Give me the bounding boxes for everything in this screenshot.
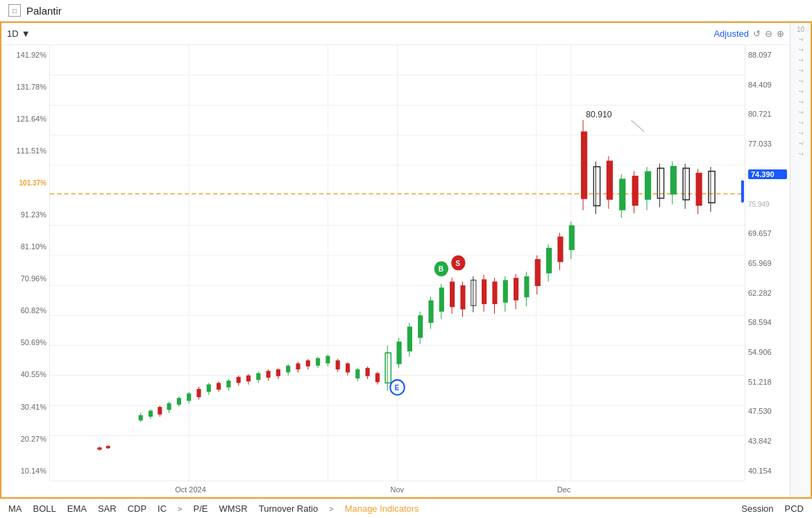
chart-mode: Adjusted ↺ ⊖ ⊕ [713, 28, 784, 39]
svg-rect-92 [482, 279, 487, 304]
svg-rect-48 [256, 373, 260, 380]
window-icon: □ [8, 4, 21, 17]
svg-rect-20 [97, 447, 101, 449]
svg-rect-60 [316, 358, 320, 366]
toolbar-pcd[interactable]: PCD [785, 503, 804, 514]
toolbar-session[interactable]: Session [741, 503, 773, 514]
svg-rect-78 [407, 326, 412, 351]
toolbar-ic[interactable]: IC [158, 503, 167, 514]
svg-text:80.910: 80.910 [586, 109, 611, 119]
toolbar-manage-indicators[interactable]: Manage Indicators [345, 503, 419, 514]
chart-main: 1D ▼ Adjusted ↺ ⊖ ⊕ 141.92% 131.78% 121.… [1, 23, 790, 497]
svg-rect-22 [106, 446, 110, 448]
svg-rect-64 [336, 360, 340, 369]
svg-rect-66 [346, 363, 350, 372]
svg-rect-110 [581, 131, 587, 199]
toolbar-boll[interactable]: BOLL [33, 503, 56, 514]
svg-rect-118 [632, 176, 638, 206]
svg-rect-112 [593, 167, 600, 206]
candlestick-chart: 80.910 B S E [50, 45, 745, 481]
timeframe-selector[interactable]: 1D ▼ [7, 28, 31, 39]
svg-rect-62 [325, 356, 330, 364]
svg-rect-52 [276, 369, 280, 376]
svg-rect-94 [492, 282, 497, 304]
svg-rect-34 [187, 394, 191, 401]
chart-area[interactable]: 80.910 B S E [50, 45, 745, 481]
svg-rect-72 [375, 373, 380, 382]
toolbar-more-1[interactable]: > [178, 505, 182, 513]
timeframe-chevron: ▼ [22, 28, 31, 39]
toolbar-wmsr[interactable]: WMSR [219, 503, 248, 514]
svg-rect-84 [439, 287, 444, 312]
svg-rect-68 [355, 369, 360, 378]
svg-rect-98 [514, 278, 518, 300]
x-label-oct: Oct 2024 [175, 485, 206, 494]
right-panel-num: 7 [797, 139, 804, 148]
svg-rect-50 [267, 371, 271, 378]
svg-rect-28 [158, 407, 162, 415]
svg-rect-108 [569, 225, 575, 250]
bottom-toolbar: MA BOLL EMA SAR CDP IC > P/E WMSR Turnov… [0, 499, 812, 518]
svg-rect-82 [428, 301, 433, 323]
toolbar-turnover-ratio[interactable]: Turnover Ratio [259, 503, 319, 514]
svg-rect-74 [385, 353, 391, 383]
x-label-dec: Dec [557, 485, 571, 494]
y-axis-left: 141.92% 131.78% 121.64% 111.51% 101.37% … [1, 45, 50, 481]
toolbar-cdp[interactable]: CDP [128, 503, 146, 514]
svg-line-132 [632, 120, 644, 131]
right-panel-num: 7 [797, 149, 804, 158]
right-panel-num: 7 [797, 108, 804, 117]
svg-rect-80 [418, 315, 423, 337]
svg-rect-88 [460, 285, 465, 310]
right-panel-num: 7 [797, 97, 804, 106]
svg-rect-104 [546, 248, 552, 274]
svg-rect-30 [167, 403, 171, 410]
right-panel-num: 7 [797, 118, 804, 127]
refresh-icon[interactable]: ↺ [753, 28, 761, 39]
right-panel: 10 7 7 7 7 7 7 7 7 7 7 7 7 [790, 23, 811, 497]
right-panel-num: 7 [797, 35, 804, 44]
toolbar-more-2[interactable]: > [329, 505, 333, 513]
right-panel-num: 7 [797, 66, 804, 75]
svg-rect-116 [619, 178, 625, 210]
svg-rect-42 [226, 381, 230, 387]
toolbar-sar[interactable]: SAR [98, 503, 117, 514]
right-panel-num: 7 [797, 128, 804, 137]
svg-rect-40 [217, 383, 221, 390]
svg-rect-58 [306, 360, 310, 367]
svg-rect-44 [237, 377, 241, 383]
svg-rect-139 [741, 181, 744, 203]
chart-wrapper: 1D ▼ Adjusted ↺ ⊖ ⊕ 141.92% 131.78% 121.… [0, 22, 812, 499]
svg-text:B: B [439, 265, 444, 273]
svg-rect-32 [177, 398, 181, 405]
svg-text:S: S [455, 259, 460, 267]
right-panel-num: 7 [797, 56, 804, 65]
svg-rect-76 [396, 342, 401, 364]
svg-rect-38 [207, 385, 211, 392]
svg-rect-24 [139, 415, 143, 421]
adjusted-label: Adjusted [713, 28, 749, 39]
x-axis: Oct 2024 Nov Dec [50, 481, 745, 497]
timeframe-label: 1D [7, 28, 19, 39]
minus-icon[interactable]: ⊖ [765, 28, 772, 39]
svg-rect-26 [149, 410, 153, 417]
current-price-label: 74.390 [748, 169, 787, 179]
page-title: Palantir [26, 5, 62, 17]
svg-rect-86 [450, 282, 455, 308]
right-panel-num: 7 [797, 87, 804, 96]
toolbar-ma[interactable]: MA [8, 503, 22, 514]
svg-rect-96 [503, 280, 508, 302]
svg-rect-70 [366, 368, 370, 376]
chart-header: 1D ▼ Adjusted ↺ ⊖ ⊕ [1, 23, 790, 45]
svg-rect-102 [535, 259, 541, 286]
svg-text:E: E [394, 383, 399, 392]
right-panel-num: 7 [797, 76, 804, 85]
svg-rect-128 [696, 173, 702, 206]
main-container: □ Palantir 1D ▼ Adjusted ↺ ⊖ ⊕ [0, 0, 812, 518]
toolbar-pe[interactable]: P/E [194, 503, 208, 514]
svg-rect-46 [246, 376, 251, 382]
plus-icon[interactable]: ⊕ [777, 28, 784, 39]
svg-rect-100 [524, 276, 529, 297]
svg-rect-106 [557, 237, 563, 262]
toolbar-ema[interactable]: EMA [67, 503, 87, 514]
